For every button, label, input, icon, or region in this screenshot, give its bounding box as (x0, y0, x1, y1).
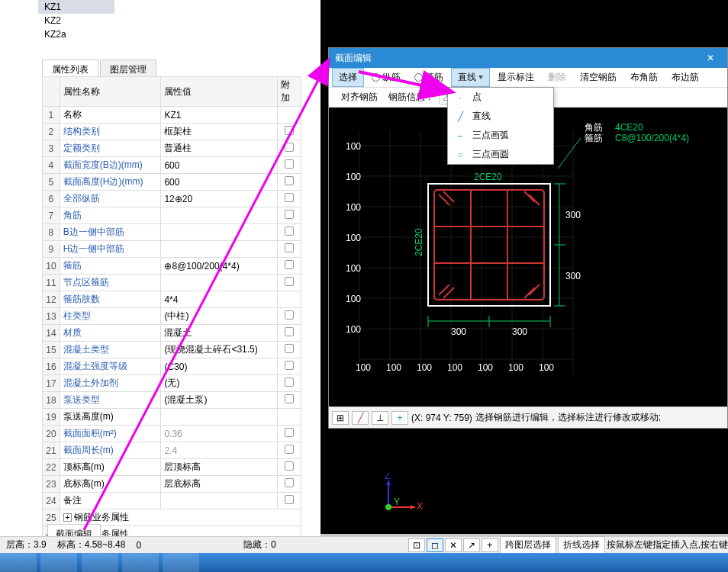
vbar-tool-button[interactable]: 纵筋 (366, 69, 407, 86)
dropdown-point[interactable]: ·点 (448, 88, 553, 107)
table-row[interactable]: 6全部纵筋12⊕20 (43, 191, 301, 207)
checkbox[interactable] (285, 210, 294, 219)
expand-icon[interactable]: + (63, 513, 72, 522)
dropdown-arc[interactable]: ⌢三点画弧 (448, 126, 553, 145)
checkbox[interactable] (285, 428, 294, 437)
table-row[interactable]: 15混凝土类型(现浇混凝土碎石<31.5) (43, 342, 301, 358)
checkbox[interactable] (285, 277, 294, 286)
arc-icon: ⌢ (454, 130, 466, 142)
checkbox[interactable] (285, 394, 294, 403)
checkbox[interactable] (285, 361, 294, 370)
checkbox[interactable] (285, 344, 294, 353)
table-row[interactable]: 23底标高(m)层底标高 (43, 476, 301, 493)
checkbox[interactable] (285, 378, 294, 387)
checkbox[interactable] (285, 495, 294, 504)
table-row[interactable]: 22顶标高(m)层顶标高 (43, 459, 301, 476)
tip-label: 按鼠标左键指定插入点,按右键 (607, 538, 728, 551)
taskbar-item[interactable] (40, 553, 77, 572)
checkbox[interactable] (285, 227, 294, 236)
close-icon[interactable]: ✕ (700, 50, 721, 66)
table-row[interactable]: 7角筋 (43, 207, 301, 224)
select-tool-button[interactable]: 选择 (332, 68, 364, 87)
checkbox[interactable] (285, 327, 294, 336)
checkbox[interactable] (285, 445, 294, 454)
checkbox[interactable] (285, 159, 294, 169)
sb-icon-5[interactable]: + (482, 538, 498, 552)
svg-text:100: 100 (346, 233, 361, 243)
table-row[interactable]: 21截面周长(m)2.4 (43, 442, 301, 459)
sb-icon-2[interactable]: ◻ (427, 538, 443, 552)
checkbox[interactable] (285, 260, 294, 269)
diagonal-icon[interactable]: ╱ (352, 411, 369, 425)
table-row[interactable]: 24备注 (43, 493, 301, 509)
polyline-select-button[interactable]: 折线选择 (558, 536, 605, 554)
perp-icon[interactable]: ⊥ (372, 411, 388, 425)
hoop-tool-button[interactable]: 箍筋 (408, 69, 449, 86)
taskbar-item[interactable] (122, 553, 159, 572)
svg-line-28 (529, 284, 540, 295)
table-row[interactable]: 5截面高度(H边)(mm)600 (43, 174, 301, 191)
taskbar-item[interactable] (163, 553, 199, 572)
checkbox[interactable] (285, 310, 294, 320)
table-row[interactable]: 20截面面积(m²)0.36 (43, 426, 301, 442)
table-row[interactable]: 19泵送高度(m) (43, 409, 301, 426)
list-item[interactable]: KZ1 (38, 0, 114, 14)
align-rebar-button[interactable]: 对齐钢筋 (335, 88, 384, 106)
table-row[interactable]: 8B边一侧中部筋 (43, 224, 301, 241)
checkbox[interactable] (285, 243, 294, 252)
taskbar-item[interactable] (0, 553, 37, 572)
table-row[interactable]: 10箍筋⊕8@100/200(4*4) (43, 258, 301, 275)
component-list[interactable]: KZ1 KZ2 KZ2a (38, 0, 321, 46)
table-row[interactable]: 14材质混凝土 (43, 325, 301, 342)
zero-label: 0 (136, 540, 141, 551)
taskbar-item[interactable] (82, 553, 118, 572)
table-row[interactable]: 2结构类别框架柱 (43, 124, 301, 140)
cross-layer-button[interactable]: 跨图层选择 (500, 536, 556, 554)
main-statusbar: 层高：3.9 标高：4.58~8.48 0 隐藏：0 ⊡ ◻ ✕ ↗ + 跨图层… (0, 536, 728, 553)
col-name: 属性名称 (60, 77, 161, 107)
svg-text:100: 100 (417, 362, 432, 373)
table-row[interactable]: 4截面宽度(B边)(mm)600 (43, 157, 301, 174)
svg-text:C8@100/200(4*4): C8@100/200(4*4) (615, 133, 689, 143)
line-tool-button[interactable]: 直线 (451, 68, 490, 87)
elevation-label: 标高：4.58~8.48 (57, 538, 126, 551)
plus-icon[interactable]: + (391, 411, 408, 425)
sb-icon-1[interactable]: ⊡ (408, 538, 425, 552)
dropdown-circle[interactable]: ○三点画圆 (448, 145, 553, 164)
grid-icon[interactable]: ⊞ (332, 411, 349, 425)
table-row[interactable]: 1名称KZ1 (43, 107, 301, 124)
clear-rebar-button[interactable]: 清空钢筋 (574, 69, 623, 86)
checkbox[interactable] (285, 478, 294, 487)
checkbox[interactable] (285, 143, 294, 152)
dropdown-line[interactable]: ╱直线 (448, 107, 553, 126)
delete-button[interactable]: 删除 (542, 69, 572, 86)
checkbox[interactable] (285, 176, 294, 185)
sb-icon-3[interactable]: ✕ (445, 538, 462, 552)
table-row[interactable]: 11节点区箍筋 (43, 275, 301, 291)
svg-text:100: 100 (386, 362, 401, 373)
table-row[interactable]: 18泵送类型(混凝土泵) (43, 392, 301, 409)
table-row[interactable]: 12箍筋肢数4*4 (43, 291, 301, 308)
table-row[interactable]: 3定额类别普通柱 (43, 140, 301, 157)
svg-text:100: 100 (539, 362, 554, 373)
col-value: 属性值 (161, 77, 278, 107)
taskbar[interactable] (0, 553, 728, 572)
table-row[interactable]: 13柱类型(中柱) (43, 308, 301, 325)
checkbox[interactable] (285, 126, 294, 135)
table-row[interactable]: 17混凝土外加剂(无) (43, 375, 301, 392)
table-row[interactable]: 9H边一侧中部筋 (43, 241, 301, 258)
table-row[interactable]: 16混凝土强度等级(C30) (43, 358, 301, 375)
show-label-button[interactable]: 显示标注 (491, 69, 540, 86)
checkbox[interactable] (285, 193, 294, 202)
editor-titlebar[interactable]: 截面编辑 ✕ (329, 48, 727, 68)
corner-rebar-button[interactable]: 布角筋 (624, 69, 664, 86)
line-tool-dropdown[interactable]: ·点 ╱直线 ⌢三点画弧 ○三点画圆 (447, 87, 554, 165)
sb-icon-4[interactable]: ↗ (463, 538, 480, 552)
checkbox[interactable] (285, 461, 294, 471)
editor-toolbar: 选择 纵筋 箍筋 直线 显示标注 删除 清空钢筋 布角筋 布边筋 (329, 68, 727, 88)
svg-text:100: 100 (346, 294, 361, 304)
list-item[interactable]: KZ2a (38, 27, 114, 41)
svg-marker-64 (411, 505, 415, 509)
list-item[interactable]: KZ2 (38, 14, 114, 27)
edge-rebar-button[interactable]: 布边筋 (665, 69, 705, 86)
